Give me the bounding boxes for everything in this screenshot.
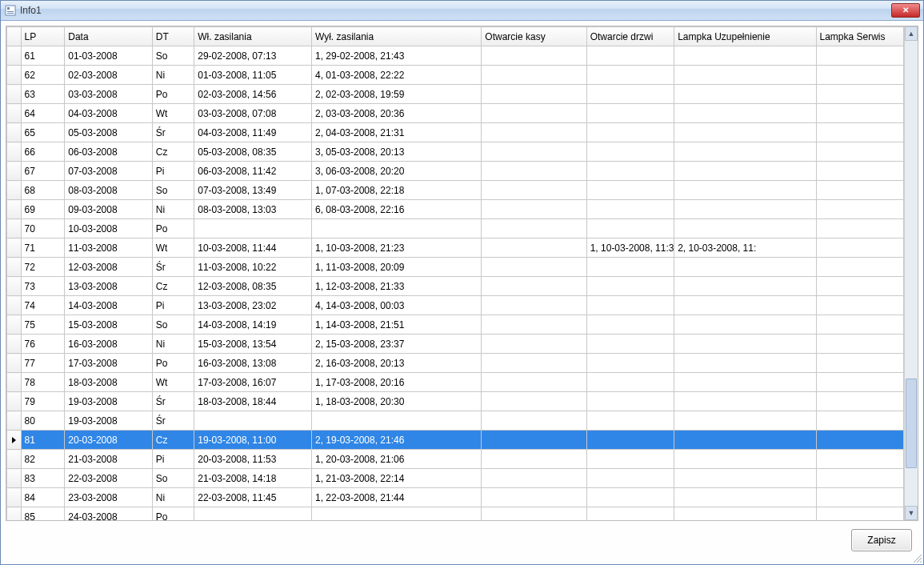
cell-dt[interactable]: Ni xyxy=(152,488,194,507)
table-row[interactable]: 6909-03-2008Ni08-03-2008, 13:036, 08-03-… xyxy=(7,200,904,219)
table-row[interactable]: 6707-03-2008Pi06-03-2008, 11:423, 06-03-… xyxy=(7,162,904,181)
cell-dt[interactable]: Pi xyxy=(152,162,194,181)
cell-ls[interactable] xyxy=(816,104,904,123)
cell-ok[interactable] xyxy=(482,392,586,411)
cell-ok[interactable] xyxy=(482,296,586,315)
cell-dt[interactable]: Ni xyxy=(152,200,194,219)
cell-od[interactable] xyxy=(586,219,674,238)
cell-wl[interactable] xyxy=(194,219,312,238)
cell-wyl[interactable]: 1, 18-03-2008, 20:30 xyxy=(311,392,481,411)
cell-lp[interactable]: 78 xyxy=(21,373,65,392)
cell-lu[interactable]: 2, 10-03-2008, 11: xyxy=(674,238,816,258)
cell-lp[interactable]: 75 xyxy=(21,315,65,335)
table-row[interactable]: 7212-03-2008Śr11-03-2008, 10:221, 11-03-… xyxy=(7,258,904,277)
cell-wl[interactable]: 12-03-2008, 08:35 xyxy=(194,277,312,296)
cell-dt[interactable]: Po xyxy=(152,354,194,373)
cell-lp[interactable]: 74 xyxy=(21,296,65,315)
cell-lu[interactable] xyxy=(674,411,816,431)
cell-wl[interactable]: 22-03-2008, 11:45 xyxy=(194,488,312,507)
cell-od[interactable] xyxy=(586,392,674,411)
cell-lp[interactable]: 70 xyxy=(21,219,65,238)
cell-dt[interactable]: Śr xyxy=(152,123,194,142)
cell-dt[interactable]: So xyxy=(152,181,194,200)
table-row[interactable]: 7313-03-2008Cz12-03-2008, 08:351, 12-03-… xyxy=(7,277,904,296)
cell-wyl[interactable]: 1, 17-03-2008, 20:16 xyxy=(311,373,481,392)
cell-lp[interactable]: 62 xyxy=(21,66,65,85)
cell-data[interactable]: 24-03-2008 xyxy=(65,507,152,521)
cell-lp[interactable]: 85 xyxy=(21,507,65,521)
cell-dt[interactable]: Śr xyxy=(152,392,194,411)
cell-lp[interactable]: 82 xyxy=(21,450,65,469)
cell-lp[interactable]: 61 xyxy=(21,46,65,66)
table-row[interactable]: 7818-03-2008Wt17-03-2008, 16:071, 17-03-… xyxy=(7,373,904,392)
cell-wyl[interactable]: 3, 05-03-2008, 20:13 xyxy=(311,142,481,162)
cell-ls[interactable] xyxy=(816,469,904,488)
cell-data[interactable]: 19-03-2008 xyxy=(65,411,152,431)
cell-data[interactable]: 11-03-2008 xyxy=(65,238,152,258)
cell-dt[interactable]: Cz xyxy=(152,431,194,450)
cell-lu[interactable] xyxy=(674,258,816,277)
col-wyl[interactable]: Wył. zasilania xyxy=(311,27,481,46)
cell-data[interactable]: 04-03-2008 xyxy=(65,104,152,123)
cell-ok[interactable] xyxy=(482,373,586,392)
cell-lu[interactable] xyxy=(674,431,816,450)
cell-lu[interactable] xyxy=(674,277,816,296)
table-row[interactable]: 6505-03-2008Śr04-03-2008, 11:492, 04-03-… xyxy=(7,123,904,142)
cell-lu[interactable] xyxy=(674,469,816,488)
cell-data[interactable]: 08-03-2008 xyxy=(65,181,152,200)
cell-data[interactable]: 13-03-2008 xyxy=(65,277,152,296)
cell-dt[interactable]: So xyxy=(152,46,194,66)
col-wl[interactable]: Wł. zasilania xyxy=(194,27,312,46)
cell-dt[interactable]: So xyxy=(152,315,194,335)
col-dt[interactable]: DT xyxy=(152,27,194,46)
cell-ok[interactable] xyxy=(482,200,586,219)
table-row[interactable]: 7717-03-2008Po16-03-2008, 13:082, 16-03-… xyxy=(7,354,904,373)
table-row[interactable]: 6101-03-2008So29-02-2008, 07:131, 29-02-… xyxy=(7,46,904,66)
cell-data[interactable]: 18-03-2008 xyxy=(65,373,152,392)
cell-od[interactable] xyxy=(586,162,674,181)
cell-lu[interactable] xyxy=(674,66,816,85)
cell-ls[interactable] xyxy=(816,450,904,469)
table-row[interactable]: 6202-03-2008Ni01-03-2008, 11:054, 01-03-… xyxy=(7,66,904,85)
table-row[interactable]: 6606-03-2008Cz05-03-2008, 08:353, 05-03-… xyxy=(7,142,904,162)
cell-data[interactable]: 06-03-2008 xyxy=(65,142,152,162)
cell-wl[interactable]: 20-03-2008, 11:53 xyxy=(194,450,312,469)
cell-ok[interactable] xyxy=(482,219,586,238)
table-row[interactable]: 7515-03-2008So14-03-2008, 14:191, 14-03-… xyxy=(7,315,904,335)
col-data[interactable]: Data xyxy=(65,27,152,46)
cell-lu[interactable] xyxy=(674,354,816,373)
cell-wyl[interactable]: 2, 03-03-2008, 20:36 xyxy=(311,104,481,123)
cell-wyl[interactable] xyxy=(311,219,481,238)
cell-od[interactable] xyxy=(586,354,674,373)
cell-wl[interactable] xyxy=(194,507,312,521)
cell-wyl[interactable]: 1, 20-03-2008, 21:06 xyxy=(311,450,481,469)
cell-ls[interactable] xyxy=(816,431,904,450)
cell-wyl[interactable]: 1, 12-03-2008, 21:33 xyxy=(311,277,481,296)
cell-ok[interactable] xyxy=(482,66,586,85)
cell-wl[interactable]: 01-03-2008, 11:05 xyxy=(194,66,312,85)
cell-lu[interactable] xyxy=(674,181,816,200)
cell-wl[interactable]: 14-03-2008, 14:19 xyxy=(194,315,312,335)
cell-ls[interactable] xyxy=(816,315,904,335)
cell-data[interactable]: 15-03-2008 xyxy=(65,315,152,335)
col-lp[interactable]: LP xyxy=(21,27,65,46)
cell-dt[interactable]: Śr xyxy=(152,258,194,277)
cell-dt[interactable]: Ni xyxy=(152,335,194,354)
cell-dt[interactable]: Po xyxy=(152,85,194,104)
cell-wyl[interactable]: 2, 02-03-2008, 19:59 xyxy=(311,85,481,104)
cell-wl[interactable] xyxy=(194,411,312,431)
cell-wl[interactable]: 06-03-2008, 11:42 xyxy=(194,162,312,181)
col-ls[interactable]: Lampka Serwis xyxy=(816,27,904,46)
cell-wl[interactable]: 19-03-2008, 11:00 xyxy=(194,431,312,450)
cell-data[interactable]: 07-03-2008 xyxy=(65,162,152,181)
cell-ls[interactable] xyxy=(816,142,904,162)
cell-wl[interactable]: 11-03-2008, 10:22 xyxy=(194,258,312,277)
cell-od[interactable] xyxy=(586,200,674,219)
cell-lu[interactable] xyxy=(674,123,816,142)
cell-wl[interactable]: 13-03-2008, 23:02 xyxy=(194,296,312,315)
scroll-thumb[interactable] xyxy=(906,379,917,468)
cell-od[interactable] xyxy=(586,450,674,469)
cell-data[interactable]: 21-03-2008 xyxy=(65,450,152,469)
cell-od[interactable] xyxy=(586,66,674,85)
cell-dt[interactable]: Pi xyxy=(152,296,194,315)
